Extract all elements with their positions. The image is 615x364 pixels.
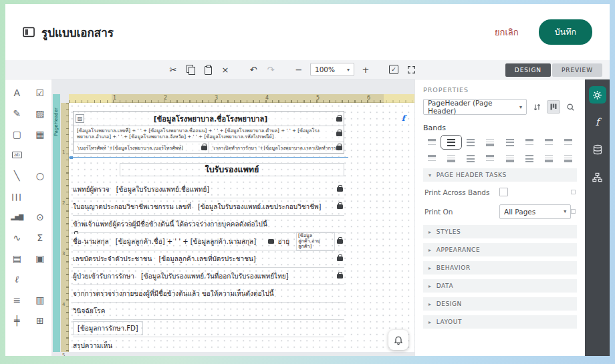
band-page-footer-icon[interactable] <box>560 137 577 148</box>
report-title-field[interactable]: ใบรับรองแพทย์ <box>120 163 344 176</box>
report-field[interactable]: [ข้อมูลใบรับรองแพทย์.ชื่อแพทย์] <box>116 184 210 194</box>
tool-pivot-grid[interactable]: Σ <box>33 231 47 244</box>
band-strip[interactable]: PageHeader <box>53 94 60 352</box>
tool-picture-box[interactable]: ▨ <box>33 107 47 120</box>
section-data[interactable]: ▸ DATA <box>423 279 577 293</box>
tool-table[interactable]: ▦ <box>33 128 47 141</box>
search-icon[interactable] <box>564 100 577 114</box>
tool-rich-text[interactable]: ✎ <box>9 107 24 120</box>
tool-chart[interactable]: ▂▅▇ <box>9 210 24 224</box>
property-marker[interactable] <box>571 209 576 214</box>
hospital-address-field[interactable]: [ข้อมูลโรงพยาบาล.เลขที่] + ' ' + [ข้อมูล… <box>74 126 344 142</box>
field-list-icon[interactable] <box>589 141 606 158</box>
report-explorer-icon[interactable] <box>589 168 606 186</box>
report-field[interactable]: [ข้อมูลลูกค้า.เลขที่บัตรประชาชน] <box>158 254 255 264</box>
report-row[interactable]: เลขบัตรประจำตัวประชาชน [ข้อมูลลูกค้า.เลข… <box>73 250 344 268</box>
hospital-hours-field[interactable]: 'เวลาเปิดทำการรักษา '+[ข้อมูลโรงพยาบาล.เ… <box>209 142 344 153</box>
band-vertical-total-icon[interactable] <box>501 153 518 164</box>
property-marker[interactable] <box>571 190 576 194</box>
sort-icon[interactable] <box>530 100 543 114</box>
section-design[interactable]: ▸ DESIGN <box>423 297 577 311</box>
expressions-icon[interactable]: f <box>589 114 606 131</box>
properties-panel-icon[interactable] <box>589 86 606 104</box>
band-report-header-icon[interactable] <box>463 137 479 148</box>
band-group-footer-icon[interactable] <box>521 137 537 148</box>
tool-barcode[interactable]: ||| <box>9 190 24 203</box>
fullscreen-icon[interactable] <box>403 62 419 77</box>
tool-panel[interactable]: ▢ <box>9 128 24 141</box>
zoom-out-icon[interactable]: − <box>291 62 307 77</box>
report-row[interactable]: ใบอนุญาตประกอบวิชาชีพเวชกรรม เลขที่ [ข้อ… <box>73 198 344 216</box>
band-bottom-margin-icon[interactable] <box>423 153 440 164</box>
report-field[interactable]: [ข้อมูลลูกค้า.ชื่อ] + ' ' + [ข้อมูลลูกค้… <box>116 236 256 246</box>
band-cross-band-icon[interactable] <box>541 153 558 164</box>
band-vertical-header-icon[interactable] <box>463 153 479 164</box>
save-button[interactable]: บันทึก <box>539 19 592 45</box>
report-row[interactable]: ชื่อ-นามสกุล [ข้อมูลลูกค้า.ชื่อ] + ' ' +… <box>73 233 344 250</box>
band-page-break-icon[interactable] <box>560 153 577 164</box>
zoom-in-icon[interactable]: + <box>358 62 374 77</box>
report-row[interactable]: วินิจฉัยโรค <box>73 303 344 320</box>
cancel-button[interactable]: ยกเลิก <box>495 25 519 39</box>
tool-page-info[interactable]: ▤ <box>9 252 24 265</box>
band-top-margin-icon[interactable] <box>423 137 440 148</box>
notifications-button[interactable] <box>388 330 408 350</box>
report-row[interactable]: สรุปความเห็น <box>73 337 344 352</box>
band-detail-icon[interactable] <box>501 137 518 148</box>
tool-sparkline[interactable]: ∿ <box>9 231 24 244</box>
tool-cross-band-line[interactable]: ╪ <box>9 314 24 327</box>
logo-picture-box[interactable]: ▨ <box>76 114 84 123</box>
validate-icon[interactable]: ✓ <box>386 62 402 77</box>
band-vertical-detail-icon[interactable] <box>482 153 499 164</box>
section-behavior[interactable]: ▸ BEHAVIOR <box>423 261 577 275</box>
tool-shape[interactable]: ○ <box>33 169 47 182</box>
tool-signature[interactable]: ℓ <box>9 272 24 286</box>
tool-label[interactable]: A <box>9 86 24 100</box>
hospital-phone-field[interactable]: 'เบอร์โทรศัพท์ '+[ข้อมูลโรงพยาบาล.เบอร์โ… <box>74 142 209 153</box>
print-across-bands-checkbox[interactable] <box>499 188 508 196</box>
report-row[interactable]: ผู้ป่วยเข้ารับการรักษา [ข้อมูลใบรับรองแพ… <box>73 268 344 285</box>
section-page-header-tasks[interactable]: ▾ PAGE HEADER TASKS <box>423 168 577 182</box>
design-tab[interactable]: DESIGN <box>505 63 551 77</box>
delete-icon[interactable]: × <box>217 62 233 77</box>
tool-print[interactable]: ⊞ <box>33 314 47 327</box>
report-field[interactable]: [ข้อมูลลูกค้า.อายุลูกค้า] <box>296 232 335 251</box>
redo-icon[interactable]: ↷ <box>263 62 279 77</box>
band-detail-report-icon[interactable] <box>443 153 459 164</box>
section-styles[interactable]: ▸ STYLES <box>423 225 577 238</box>
tool-pdf-content[interactable]: ▣ <box>33 252 47 265</box>
tool-gauge[interactable]: ⊙ <box>33 210 47 224</box>
element-selector[interactable]: PageHeader (Page Header) ▾ <box>423 99 527 115</box>
band-sub-band-icon[interactable] <box>521 153 537 164</box>
preview-tab[interactable]: PREVIEW <box>552 63 602 77</box>
tool-character-comb[interactable]: ab <box>9 148 24 162</box>
hospital-name-field[interactable]: [ข้อมูลโรงพยาบาล.ชื่อโรงพยาบาล] <box>87 113 334 125</box>
print-on-select[interactable]: All Pages ▾ <box>499 204 571 219</box>
report-row[interactable]: ข้าพเจ้าแพทย์ผู้ตรวจผู้มีชื่อข้างต้นนี้ … <box>73 216 344 233</box>
undo-icon[interactable]: ↶ <box>245 62 261 77</box>
tool-table-of-contents[interactable]: ≡ <box>9 293 24 307</box>
band-group-header-icon[interactable] <box>482 137 499 148</box>
expression-badge-icon[interactable]: f <box>402 114 405 123</box>
section-appearance[interactable]: ▸ APPEARANCE <box>423 243 577 256</box>
report-field[interactable]: [ข้อมูลการรักษา.FD] <box>73 321 143 335</box>
report-row[interactable]: จากการตรวจร่างกายของผู้ที่มีชื่อข้างต้นแ… <box>73 285 344 303</box>
section-layout[interactable]: ▸ LAYOUT <box>423 315 577 329</box>
tool-subreport[interactable]: ▥ <box>33 293 47 307</box>
zoom-select[interactable]: 100% ▾ <box>310 63 354 76</box>
cut-icon[interactable]: ✂ <box>165 62 181 77</box>
band-report-footer-icon[interactable] <box>541 137 558 148</box>
report-field[interactable]: [ข้อมูลใบรับรองแพทย์.เลขประกอบวิชาชีพ] <box>198 202 322 212</box>
band-page-header-icon[interactable] <box>443 137 459 148</box>
report-row[interactable]: [ข้อมูลการรักษา.FD] <box>73 320 344 337</box>
tool-check-box[interactable]: ☑ <box>33 86 47 100</box>
report-page[interactable]: f ▨ [ข้อมูลโรงพยาบาล.ชื่อโรงพยาบาล] [ข้อ… <box>69 103 414 352</box>
report-field[interactable]: [ข้อมูลใบรับรองแพทย์.วันที่ออกใบรับรองแพ… <box>141 271 289 281</box>
tool-line[interactable]: ╲ <box>9 169 24 182</box>
group-view-icon[interactable] <box>547 100 560 114</box>
page-header-band[interactable]: ▨ [ข้อมูลโรงพยาบาล.ชื่อโรงพยาบาล] [ข้อมู… <box>73 111 344 154</box>
paste-icon[interactable] <box>200 62 216 77</box>
hospital-title-row[interactable]: ▨ [ข้อมูลโรงพยาบาล.ชื่อโรงพยาบาล] <box>74 112 344 126</box>
copy-icon[interactable] <box>182 62 199 77</box>
report-row[interactable]: แพทย์ผู้ตรวจ [ข้อมูลใบรับรองแพทย์.ชื่อแพ… <box>73 181 344 198</box>
